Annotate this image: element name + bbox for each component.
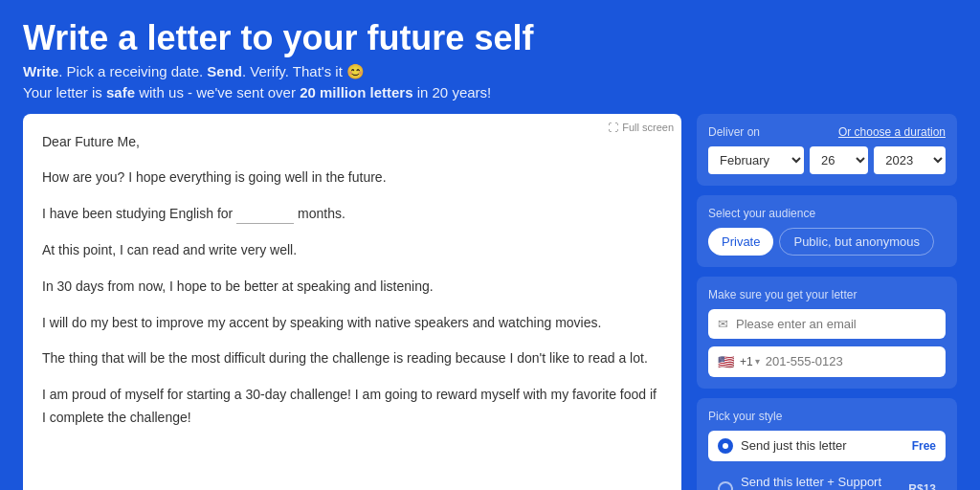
- letter-panel: ⛶ Full screen Dear Future Me, How are yo…: [23, 114, 681, 490]
- email-input[interactable]: [736, 317, 936, 331]
- deliver-label: Deliver on: [708, 125, 760, 139]
- fullscreen-label: Full screen: [622, 122, 674, 133]
- letter-greeting: Dear Future Me,: [42, 131, 662, 154]
- style-option-1[interactable]: Send just this letter Free: [708, 431, 946, 461]
- header: Write a letter to your future self Write…: [23, 19, 957, 100]
- page-title: Write a letter to your future self: [23, 19, 957, 57]
- months-input[interactable]: [236, 205, 294, 224]
- subtitle: Write. Pick a receiving date. Send. Veri…: [23, 63, 957, 80]
- duration-link[interactable]: Or choose a duration: [838, 125, 946, 139]
- letter-line-6: The thing that will be the most difficul…: [42, 347, 662, 370]
- phone-code: +1 ▾: [740, 355, 760, 368]
- letter-line-1: How are you? I hope everything is going …: [42, 167, 662, 189]
- letter-line-2: I have been studying English for months.: [42, 203, 662, 226]
- audience-public-button[interactable]: Public, but anonymous: [779, 228, 934, 256]
- phone-input[interactable]: [766, 354, 936, 368]
- radio-empty-icon: [718, 481, 733, 490]
- letter-line-3: At this point, I can read and write very…: [42, 239, 662, 262]
- fullscreen-button[interactable]: ⛶ Full screen: [608, 122, 674, 133]
- audience-section: Select your audience Private Public, but…: [697, 195, 957, 267]
- phone-input-wrapper: 🇺🇸 +1 ▾: [708, 346, 946, 377]
- radio-filled-icon: [718, 438, 733, 454]
- date-selects: January February March April May June Ju…: [708, 146, 946, 174]
- style-1-price: Free: [912, 439, 936, 453]
- letter-line-4: In 30 days from now, I hope to be better…: [42, 276, 662, 299]
- letter-content: Dear Future Me, How are you? I hope ever…: [23, 114, 681, 460]
- deliver-section: Deliver on Or choose a duration January …: [697, 114, 957, 186]
- style-section: Pick your style Send just this letter Fr…: [697, 398, 957, 490]
- letter-line-5: I will do my best to improve my accent b…: [42, 312, 662, 335]
- email-label: Make sure you get your letter: [708, 288, 946, 301]
- letter-line-7: I am proud of myself for starting a 30-d…: [42, 384, 662, 430]
- audience-buttons: Private Public, but anonymous: [708, 228, 946, 256]
- style-label: Pick your style: [708, 410, 946, 423]
- style-2-label: Send this letter + Support FutureMe: [741, 475, 901, 490]
- audience-label: Select your audience: [708, 207, 946, 220]
- send-label: Send: [207, 63, 242, 79]
- day-select[interactable]: 2425262728: [810, 146, 868, 174]
- tagline: Your letter is safe with us - we've sent…: [23, 84, 957, 100]
- year-select[interactable]: 2023 2024 2025 2026: [874, 146, 946, 174]
- email-section: Make sure you get your letter ✉ 🇺🇸 +1 ▾: [697, 277, 957, 389]
- email-icon: ✉: [718, 317, 728, 331]
- flag-icon: 🇺🇸: [718, 354, 734, 369]
- email-input-wrapper: ✉: [708, 309, 946, 339]
- right-panel: Deliver on Or choose a duration January …: [697, 114, 957, 490]
- style-1-label: Send just this letter: [741, 438, 904, 453]
- style-2-price: R$13: [908, 482, 936, 490]
- style-option-2[interactable]: Send this letter + Support FutureMe R$13: [708, 467, 946, 490]
- audience-private-button[interactable]: Private: [708, 228, 773, 256]
- write-label: Write: [23, 63, 58, 79]
- month-select[interactable]: January February March April May June Ju…: [708, 146, 804, 174]
